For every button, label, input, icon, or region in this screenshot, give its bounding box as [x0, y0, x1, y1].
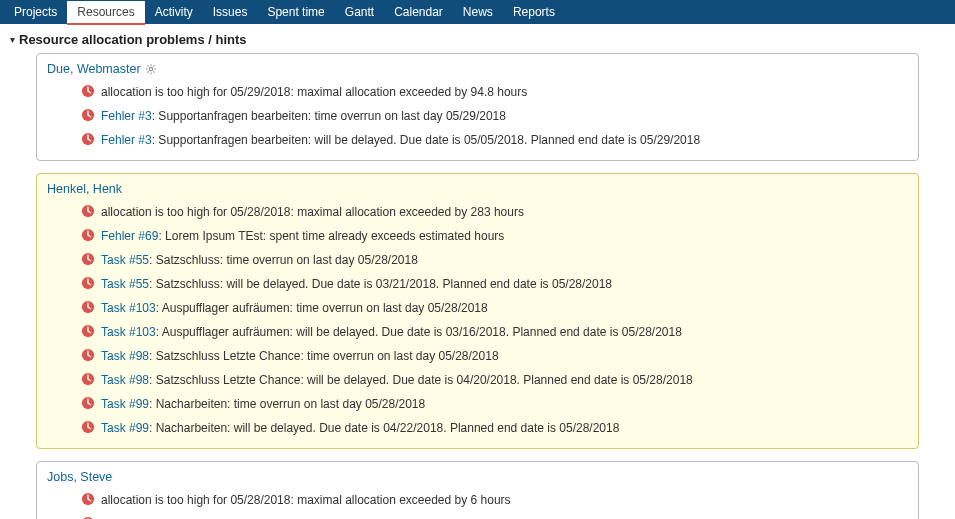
hint-body: Task #99: Nacharbeiten: will be delayed.…: [101, 419, 619, 437]
hint-body: allocation is too high for 05/28/2018: m…: [101, 203, 524, 221]
hint-text: allocation is too high for 05/28/2018: m…: [101, 493, 511, 507]
issue-link[interactable]: Task #99: [101, 421, 149, 435]
hint-row: Task #103: Auspufflager aufräumen: will …: [47, 320, 908, 344]
resource-panel: Henkel, Henkallocation is too high for 0…: [36, 173, 919, 449]
clock-icon: [81, 324, 95, 338]
hint-row: Task #114: Aufgabe in der Vergangenheit …: [47, 512, 908, 519]
nav-item-spent-time[interactable]: Spent time: [257, 0, 334, 24]
hint-body: Task #99: Nacharbeiten: time overrun on …: [101, 395, 425, 413]
hint-row: Task #98: Satzschluss Letzte Chance: tim…: [47, 344, 908, 368]
section-title: Resource allocation problems / hints: [19, 32, 247, 47]
resource-name-link[interactable]: Jobs, Steve: [47, 468, 908, 488]
hint-text: : Satzschluss: time overrun on last day …: [149, 253, 418, 267]
hint-body: Fehler #3: Supportanfragen bearbeiten: t…: [101, 107, 506, 125]
nav-item-issues[interactable]: Issues: [203, 0, 258, 24]
hint-text: : Satzschluss Letzte Chance: time overru…: [149, 349, 499, 363]
panels-container: Due, Webmasterallocation is too high for…: [0, 53, 955, 519]
hint-body: Task #98: Satzschluss Letzte Chance: wil…: [101, 371, 693, 389]
hint-text: allocation is too high for 05/28/2018: m…: [101, 205, 524, 219]
issue-link[interactable]: Fehler #3: [101, 133, 152, 147]
issue-link[interactable]: Task #55: [101, 253, 149, 267]
resource-name-label: Henkel, Henk: [47, 182, 122, 196]
hint-row: Task #103: Auspufflager aufräumen: time …: [47, 296, 908, 320]
clock-icon: [81, 252, 95, 266]
hint-body: Task #55: Satzschluss: time overrun on l…: [101, 251, 418, 269]
section-header[interactable]: ▾ Resource allocation problems / hints: [0, 24, 955, 53]
hint-row: allocation is too high for 05/29/2018: m…: [47, 80, 908, 104]
hint-row: Fehler #69: Lorem Ipsum TEst: spent time…: [47, 224, 908, 248]
clock-icon: [81, 300, 95, 314]
issue-link[interactable]: Task #103: [101, 325, 156, 339]
hint-row: Fehler #3: Supportanfragen bearbeiten: t…: [47, 104, 908, 128]
resource-name-link[interactable]: Due, Webmaster: [47, 60, 908, 80]
clock-icon: [81, 228, 95, 242]
clock-icon: [81, 492, 95, 506]
resource-panel: Due, Webmasterallocation is too high for…: [36, 53, 919, 161]
gear-icon: [145, 63, 157, 75]
hint-text: : Satzschluss: will be delayed. Due date…: [149, 277, 612, 291]
hint-text: : Supportanfragen bearbeiten: time overr…: [152, 109, 506, 123]
resource-name-link[interactable]: Henkel, Henk: [47, 180, 908, 200]
hint-body: Task #98: Satzschluss Letzte Chance: tim…: [101, 347, 499, 365]
resource-name-label: Due, Webmaster: [47, 62, 141, 76]
hint-row: Task #98: Satzschluss Letzte Chance: wil…: [47, 368, 908, 392]
hint-row: Task #55: Satzschluss: time overrun on l…: [47, 248, 908, 272]
hint-body: Task #55: Satzschluss: will be delayed. …: [101, 275, 612, 293]
top-nav: ProjectsResourcesActivityIssuesSpent tim…: [0, 0, 955, 24]
issue-link[interactable]: Fehler #69: [101, 229, 158, 243]
hint-text: : Nacharbeiten: time overrun on last day…: [149, 397, 425, 411]
hint-text: allocation is too high for 05/29/2018: m…: [101, 85, 527, 99]
issue-link[interactable]: Task #55: [101, 277, 149, 291]
hint-text: : Lorem Ipsum TEst: spent time already e…: [158, 229, 504, 243]
nav-item-reports[interactable]: Reports: [503, 0, 565, 24]
clock-icon: [81, 108, 95, 122]
hint-text: : Auspufflager aufräumen: time overrun o…: [156, 301, 488, 315]
clock-icon: [81, 276, 95, 290]
hint-body: allocation is too high for 05/28/2018: m…: [101, 491, 511, 509]
hint-text: : Nacharbeiten: will be delayed. Due dat…: [149, 421, 619, 435]
nav-item-resources[interactable]: Resources: [67, 1, 144, 25]
hint-body: Task #103: Auspufflager aufräumen: time …: [101, 299, 488, 317]
nav-item-calendar[interactable]: Calendar: [384, 0, 453, 24]
hint-body: Task #114: Aufgabe in der Vergangenheit …: [101, 515, 604, 519]
issue-link[interactable]: Fehler #3: [101, 109, 152, 123]
clock-icon: [81, 372, 95, 386]
hint-row: Task #99: Nacharbeiten: will be delayed.…: [47, 416, 908, 440]
issue-link[interactable]: Task #99: [101, 397, 149, 411]
hint-row: Task #99: Nacharbeiten: time overrun on …: [47, 392, 908, 416]
hint-text: : Supportanfragen bearbeiten: will be de…: [152, 133, 700, 147]
nav-item-gantt[interactable]: Gantt: [335, 0, 384, 24]
nav-item-projects[interactable]: Projects: [4, 0, 67, 24]
clock-icon: [81, 420, 95, 434]
hint-row: allocation is too high for 05/28/2018: m…: [47, 200, 908, 224]
clock-icon: [81, 396, 95, 410]
hint-body: Fehler #3: Supportanfragen bearbeiten: w…: [101, 131, 700, 149]
hint-body: Fehler #69: Lorem Ipsum TEst: spent time…: [101, 227, 504, 245]
collapse-arrow-icon: ▾: [10, 34, 15, 45]
issue-link[interactable]: Task #98: [101, 373, 149, 387]
nav-item-activity[interactable]: Activity: [145, 0, 203, 24]
issue-link[interactable]: Task #98: [101, 349, 149, 363]
hint-row: Task #55: Satzschluss: will be delayed. …: [47, 272, 908, 296]
hint-text: : Satzschluss Letzte Chance: will be del…: [149, 373, 693, 387]
clock-icon: [81, 132, 95, 146]
resource-name-label: Jobs, Steve: [47, 470, 112, 484]
clock-icon: [81, 84, 95, 98]
hint-row: Fehler #3: Supportanfragen bearbeiten: w…: [47, 128, 908, 152]
hint-row: allocation is too high for 05/28/2018: m…: [47, 488, 908, 512]
hint-body: allocation is too high for 05/29/2018: m…: [101, 83, 527, 101]
clock-icon: [81, 204, 95, 218]
hint-body: Task #103: Auspufflager aufräumen: will …: [101, 323, 682, 341]
nav-item-news[interactable]: News: [453, 0, 503, 24]
resource-panel: Jobs, Steveallocation is too high for 05…: [36, 461, 919, 519]
clock-icon: [81, 348, 95, 362]
hint-text: : Auspufflager aufräumen: will be delaye…: [156, 325, 682, 339]
issue-link[interactable]: Task #103: [101, 301, 156, 315]
